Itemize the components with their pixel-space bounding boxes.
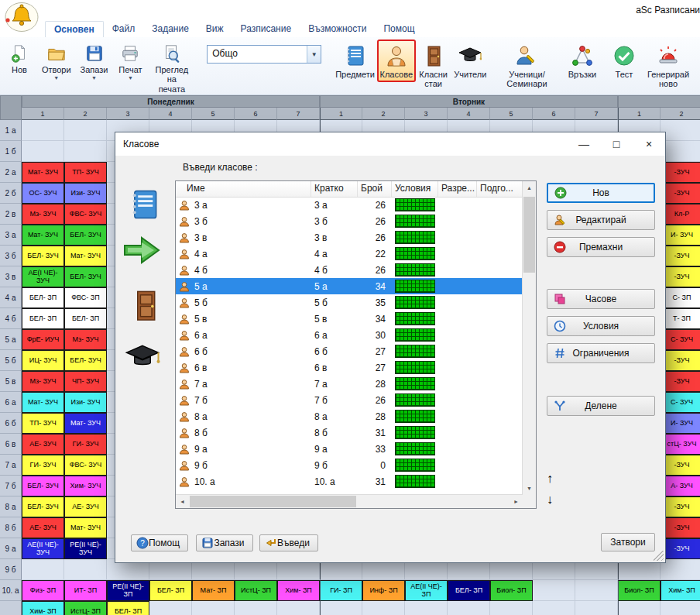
class-row[interactable]: 9 б9 б0 <box>176 457 523 473</box>
empty-timetable-cell[interactable] <box>362 601 405 615</box>
nav-transfer-arrow-icon[interactable] <box>122 233 162 270</box>
lesson-cell[interactable]: С- ЗУЧ <box>661 329 700 350</box>
lesson-cell[interactable]: -ЗУЧ <box>661 162 700 183</box>
scroll-down-icon[interactable] <box>523 482 536 495</box>
lesson-cell[interactable]: Хим- ЗП <box>277 580 320 601</box>
lesson-cell[interactable]: Физ- ЗП <box>22 580 64 601</box>
class-row[interactable]: 4 б4 б26 <box>176 262 523 278</box>
lesson-cell[interactable]: Мат- ЗУЧ <box>22 162 64 183</box>
lesson-cell[interactable]: АЕ(I ЧЕ)- ЗУЧ <box>22 266 64 287</box>
maximize-button[interactable]: □ <box>600 132 633 156</box>
lesson-cell[interactable]: БЕЛ- ЗП <box>107 601 149 615</box>
lesson-cell[interactable]: -ЗУЧ <box>661 350 700 371</box>
move-down-button[interactable]: ↓ <box>540 490 559 509</box>
lesson-cell[interactable]: -ЗУЧ <box>661 371 700 392</box>
empty-timetable-cell[interactable] <box>149 601 192 615</box>
class-row[interactable]: 6 в6 в27 <box>176 359 523 376</box>
lesson-cell[interactable]: БЕЛ- ЗУЧ <box>22 496 64 517</box>
lessons-button[interactable]: Часове <box>547 289 655 309</box>
toolbar-print-button[interactable]: Печат▼ <box>112 40 148 84</box>
nav-classroom-door-icon[interactable] <box>129 287 163 325</box>
empty-timetable-cell[interactable] <box>575 580 618 601</box>
lesson-cell[interactable]: АЕ- ЗУЧ <box>22 517 64 538</box>
move-up-button[interactable]: ↑ <box>540 469 559 488</box>
lesson-cell[interactable]: Мат- ЗУЧ <box>22 225 64 246</box>
lesson-cell[interactable]: БЕЛ- ЗУЧ <box>22 246 64 266</box>
empty-timetable-cell[interactable] <box>661 141 700 162</box>
timetable-row-header[interactable]: 7 а <box>0 455 22 476</box>
lesson-cell[interactable]: ГИ- ЗП <box>320 580 362 601</box>
empty-timetable-cell[interactable] <box>64 141 107 162</box>
class-row[interactable]: 5 в5 в34 <box>176 311 523 327</box>
empty-timetable-cell[interactable] <box>661 120 700 141</box>
lesson-cell[interactable]: АЕ(II ЧЕ)- ЗП <box>405 580 448 601</box>
empty-timetable-cell[interactable] <box>490 601 533 615</box>
lesson-cell[interactable]: -ЗУЧ <box>661 183 700 204</box>
lesson-cell[interactable]: С- ЗУЧ <box>661 392 700 413</box>
minimize-button[interactable]: — <box>568 132 600 156</box>
class-row[interactable]: 8 а8 а28 <box>176 408 523 424</box>
lesson-cell[interactable]: -ЗУЧ <box>661 455 700 476</box>
empty-timetable-cell[interactable] <box>277 601 320 615</box>
lesson-cell[interactable]: ИТ- ЗП <box>64 580 107 601</box>
horizontal-scrollbar[interactable] <box>176 494 523 508</box>
timetable-row-header[interactable]: 6 б <box>0 413 22 434</box>
timetable-row-header[interactable]: 9 а <box>0 538 22 559</box>
nav-subjects-book-icon[interactable] <box>128 187 162 225</box>
lesson-cell[interactable]: Мз- ЗУЧ <box>22 204 64 225</box>
new-button[interactable]: Нов <box>547 183 655 203</box>
nav-teachers-cap-icon[interactable] <box>122 340 163 376</box>
time-off-button[interactable]: Условия <box>547 316 655 336</box>
vertical-scrollbar-thumb[interactable] <box>523 197 535 273</box>
lesson-cell[interactable]: Мат- ЗП <box>192 580 235 601</box>
timetable-row-header[interactable]: 4 б <box>0 308 22 329</box>
toolbar-classes-button[interactable]: Класове <box>377 40 416 82</box>
lesson-cell[interactable]: Биол- ЗП <box>618 580 661 601</box>
timetable-row-header[interactable]: 1 б <box>0 141 22 162</box>
asc-logo-icon[interactable] <box>2 1 39 33</box>
lesson-cell[interactable]: БЕЛ- ЗУЧ <box>64 225 107 246</box>
class-row[interactable]: 3 а3 а26 <box>176 197 523 213</box>
lesson-cell[interactable]: ФВС- ЗП <box>64 287 107 308</box>
menu-tab-6[interactable]: Помощ <box>375 21 423 37</box>
lesson-cell[interactable]: ГИ- ЗУЧ <box>64 434 107 455</box>
lesson-cell[interactable]: БЕЛ- ЗУЧ <box>64 266 107 287</box>
lesson-cell[interactable]: АЕ- ЗУЧ <box>22 434 64 455</box>
lesson-cell[interactable]: И- ЗУЧ <box>661 225 700 246</box>
lesson-cell[interactable]: Хим- ЗУЧ <box>64 476 107 496</box>
close-button[interactable]: × <box>633 132 665 156</box>
vertical-scrollbar[interactable] <box>522 181 536 495</box>
lesson-cell[interactable]: БЕЛ- ЗУЧ <box>22 476 64 496</box>
lesson-cell[interactable]: РЕ(II ЧЕ)- ЗУЧ <box>64 538 107 559</box>
view-selector[interactable]: Общо <box>207 45 321 64</box>
column-header[interactable]: Условия <box>392 181 438 197</box>
timetable-row-header[interactable]: 2 в <box>0 204 22 225</box>
empty-timetable-cell[interactable] <box>618 601 661 615</box>
timetable-row-header[interactable]: 4 а <box>0 287 22 308</box>
dropdown-arrow-icon[interactable]: ▼ <box>53 75 59 81</box>
lesson-cell[interactable]: Мат- ЗУЧ <box>64 413 107 434</box>
lesson-cell[interactable]: -ЗУЧ <box>661 517 700 538</box>
empty-timetable-cell[interactable] <box>22 559 64 580</box>
menu-tab-5[interactable]: Възможности <box>300 21 375 37</box>
edit-button[interactable]: Редактирай <box>547 210 655 230</box>
lesson-cell[interactable]: ТП- ЗУЧ <box>22 413 64 434</box>
lesson-cell[interactable]: АЕ(II ЧЕ)- ЗУЧ <box>22 538 64 559</box>
empty-timetable-cell[interactable] <box>235 601 277 615</box>
toolbar-new-button[interactable]: Нов <box>2 40 37 77</box>
class-row[interactable]: 5 а5 а34 <box>176 278 523 294</box>
resize-grip[interactable] <box>654 551 664 561</box>
empty-timetable-cell[interactable] <box>575 601 618 615</box>
lesson-cell[interactable]: РЕ(II ЧЕ)- ЗП <box>107 580 149 601</box>
timetable-row-header[interactable]: 2 а <box>0 162 22 183</box>
lesson-cell[interactable]: Мат- ЗУЧ <box>22 392 64 413</box>
remove-button[interactable]: Премахни <box>547 237 655 257</box>
class-row[interactable]: 4 а4 а22 <box>176 246 523 262</box>
empty-timetable-cell[interactable] <box>405 601 448 615</box>
lesson-cell[interactable]: Хим- ЗП <box>661 580 700 601</box>
timetable-row-header[interactable]: 8 а <box>0 496 22 517</box>
lesson-cell[interactable]: С- ЗП <box>661 287 700 308</box>
menu-tab-2[interactable]: Задание <box>143 21 197 37</box>
empty-timetable-cell[interactable] <box>661 559 700 580</box>
lesson-cell[interactable]: ТП- ЗУЧ <box>64 162 107 183</box>
